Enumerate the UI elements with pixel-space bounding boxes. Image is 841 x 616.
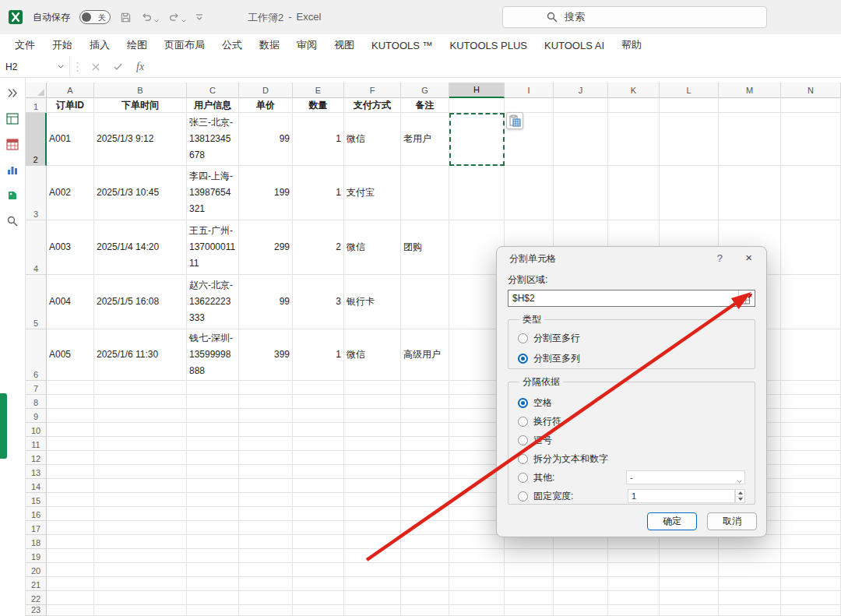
cell-E5[interactable]: 3 [293,275,344,329]
cell-G1[interactable]: 备注 [401,98,449,113]
cell-F1[interactable]: 支付方式 [344,98,401,113]
tab-view[interactable]: 视图 [325,34,363,56]
cell-H19[interactable] [449,549,505,563]
cell-A4[interactable]: A003 [47,220,94,275]
cancel-button[interactable]: 取消 [707,512,757,530]
cell-G23[interactable] [401,605,449,616]
column-header-A[interactable]: A [47,83,94,98]
cell-A11[interactable] [47,437,94,451]
save-button[interactable] [120,12,132,23]
column-header-J[interactable]: J [554,83,608,98]
cell-G5[interactable] [401,275,449,329]
cell-N23[interactable] [781,605,841,616]
cell-N12[interactable] [781,451,841,465]
cell-D10[interactable] [239,423,293,437]
cell-F16[interactable] [344,507,401,521]
select-all-corner[interactable] [26,83,47,98]
row-header-1[interactable]: 1 [26,98,47,113]
cell-C14[interactable] [187,479,239,493]
cell-D23[interactable] [239,605,293,616]
cell-L3[interactable] [660,166,719,220]
cell-A20[interactable] [47,563,94,577]
undo-button[interactable] [141,12,159,23]
ok-button[interactable]: 确定 [647,512,697,530]
cell-B13[interactable] [94,465,187,479]
cell-K3[interactable] [608,166,660,220]
cell-E7[interactable] [293,381,344,395]
cell-N21[interactable] [781,577,841,591]
cell-G15[interactable] [401,493,449,507]
cell-A5[interactable]: A004 [47,275,94,329]
cell-E11[interactable] [293,437,344,451]
cell-E15[interactable] [293,493,344,507]
cell-F15[interactable] [344,493,401,507]
cell-B5[interactable]: 2025/1/5 16:08 [94,275,187,329]
cell-D22[interactable] [239,591,293,605]
tab-page-layout[interactable]: 页面布局 [156,34,213,56]
cell-F22[interactable] [344,591,401,605]
option-split-to-columns[interactable]: 分割至多列 [518,348,745,368]
cell-J23[interactable] [554,605,608,616]
cell-G20[interactable] [401,563,449,577]
cancel-entry-button[interactable] [85,56,107,77]
cell-K21[interactable] [608,577,660,591]
cell-D16[interactable] [239,507,293,521]
cell-K2[interactable] [608,113,660,166]
cell-D4[interactable]: 299 [239,220,293,275]
cell-A15[interactable] [47,493,94,507]
cell-D13[interactable] [239,465,293,479]
cell-F10[interactable] [344,423,401,437]
cell-M22[interactable] [719,591,781,605]
cell-G10[interactable] [401,423,449,437]
cell-J19[interactable] [554,549,608,563]
help-button[interactable]: ? [717,252,723,264]
cell-C1[interactable]: 用户信息 [187,98,239,113]
column-header-L[interactable]: L [660,83,719,98]
row-header-10[interactable]: 10 [26,423,47,437]
formula-input[interactable] [151,56,841,77]
search-box[interactable]: 搜索 [502,6,767,28]
cell-G7[interactable] [401,381,449,395]
cell-C12[interactable] [187,451,239,465]
row-header-20[interactable]: 20 [26,563,47,577]
cell-C18[interactable] [187,535,239,549]
bookmark-icon[interactable] [5,188,19,202]
cell-G21[interactable] [401,577,449,591]
cell-E9[interactable] [293,409,344,423]
cell-A16[interactable] [47,507,94,521]
cell-N18[interactable] [781,535,841,549]
row-header-12[interactable]: 12 [26,451,47,465]
cell-N3[interactable] [781,166,841,220]
cell-D17[interactable] [239,521,293,535]
name-box[interactable]: H2 [0,56,70,77]
cell-G6[interactable]: 高级用户 [401,329,449,381]
cell-M23[interactable] [719,605,781,616]
cell-B8[interactable] [94,395,187,409]
cell-F12[interactable] [344,451,401,465]
cell-I22[interactable] [505,591,554,605]
row-header-14[interactable]: 14 [26,479,47,493]
cell-A18[interactable] [47,535,94,549]
radio-fixed-width[interactable] [518,491,528,502]
cell-G12[interactable] [401,451,449,465]
cell-F9[interactable] [344,409,401,423]
cell-A10[interactable] [47,423,94,437]
radio-comma[interactable] [518,435,528,445]
cell-I1[interactable] [505,98,554,113]
cell-A8[interactable] [47,395,94,409]
cell-J1[interactable] [554,98,608,113]
cell-H1[interactable] [449,98,505,113]
cell-G14[interactable] [401,479,449,493]
row-header-13[interactable]: 13 [26,465,47,479]
cell-F7[interactable] [344,381,401,395]
cell-H21[interactable] [449,577,505,591]
cell-E21[interactable] [293,577,344,591]
cell-E17[interactable] [293,521,344,535]
cell-K22[interactable] [608,591,660,605]
range-selector-button[interactable] [738,290,755,306]
cell-A6[interactable]: A005 [47,329,94,381]
radio-space[interactable] [518,398,528,408]
fixed-width-spinner[interactable] [735,489,745,503]
cell-N14[interactable] [781,479,841,493]
cell-B18[interactable] [94,535,187,549]
